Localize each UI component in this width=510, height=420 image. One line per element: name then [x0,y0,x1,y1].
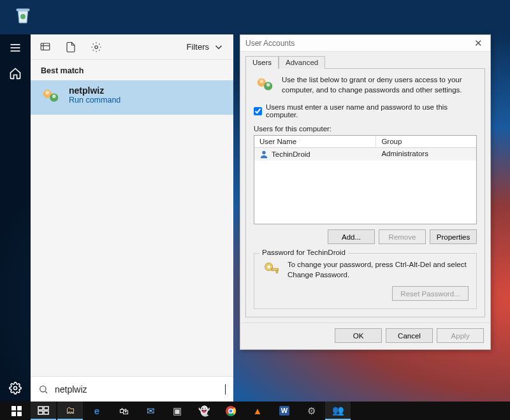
svg-rect-23 [276,271,278,273]
search-result-item[interactable]: netplwiz Run command [31,80,233,115]
cell-group: Administrators [376,148,476,161]
apps-icon[interactable] [40,41,51,53]
password-legend: Password for TechinDroid [259,249,348,256]
svg-point-35 [229,409,233,412]
vlc-icon[interactable]: ▲ [245,402,270,420]
key-icon [262,260,281,279]
dialog-title: User Accounts [245,39,295,48]
word-icon[interactable]: W [272,402,297,420]
svg-point-18 [266,83,270,87]
svg-point-13 [40,386,46,391]
taskbar-settings-icon[interactable]: ⚙ [298,402,324,420]
gear-icon[interactable] [8,381,22,395]
task-view-icon[interactable] [31,402,56,420]
properties-button[interactable]: Properties [430,229,477,244]
user-row-icon [259,150,268,159]
search-icon [38,384,48,395]
apply-button: Apply [437,328,484,343]
start-icon[interactable] [4,402,29,420]
file-explorer-icon[interactable]: 🗂 [57,402,83,420]
svg-point-0 [20,14,26,19]
chevron-down-icon [213,41,224,53]
best-match-header: Best match [31,60,233,80]
tab-advanced[interactable]: Advanced [279,56,325,69]
search-input[interactable] [55,384,222,395]
hamburger-icon[interactable] [8,41,22,55]
info-text: Use the list below to grant or deny user… [282,75,477,95]
cell-username: TechinDroid [272,150,310,158]
svg-rect-26 [11,412,16,416]
search-input-row [31,376,233,402]
table-row[interactable]: TechinDroid Administrators [254,148,476,161]
result-title: netplwiz [69,85,120,96]
taskbar-user-icon[interactable]: 👥 [325,402,351,420]
users-listbox[interactable]: User Name Group TechinDroid Administrato… [254,135,477,224]
password-text: To change your password, press Ctrl-Alt-… [288,260,469,280]
svg-point-21 [267,265,270,268]
svg-rect-28 [38,407,43,410]
svg-point-16 [259,80,263,83]
home-icon[interactable] [8,66,22,80]
svg-rect-25 [17,406,22,410]
ghost-icon[interactable]: 👻 [191,402,217,420]
svg-rect-29 [44,407,48,410]
column-group[interactable]: Group [376,136,476,147]
edge-icon[interactable]: e [84,402,110,420]
settings-filter-icon[interactable] [91,41,102,53]
chrome-icon[interactable] [218,402,244,420]
svg-point-4 [14,387,17,390]
svg-point-8 [95,45,98,48]
text-caret [225,384,226,395]
tab-users-body: Use the list below to grant or deny user… [245,68,485,317]
svg-point-19 [262,151,265,154]
svg-rect-22 [272,268,279,271]
column-username[interactable]: User Name [254,136,376,147]
user-accounts-dialog: User Accounts ✕ Users Advanced Use the l… [240,34,491,350]
taskbar: 🗂 e 🛍 ✉ ▣ 👻 ▲ W ⚙ 👥 [0,402,510,420]
require-password-label: Users must enter a user name and passwor… [266,103,477,119]
documents-icon[interactable] [65,41,76,53]
cortana-left-rail [0,34,31,402]
cortana-search-panel: Filters Best match netplwiz Run command [31,34,233,402]
svg-point-12 [52,94,56,98]
filters-dropdown[interactable]: Filters [187,41,224,53]
add-button[interactable]: Add... [328,229,375,244]
svg-rect-30 [38,411,43,414]
svg-rect-5 [41,43,50,50]
remove-button: Remove [379,229,426,244]
filters-label: Filters [187,42,209,52]
users-for-label: Users for this computer: [254,125,477,133]
dialog-footer: OK Cancel Apply [240,322,490,349]
store-icon[interactable]: 🛍 [111,402,136,420]
result-subtitle: Run command [69,96,120,105]
close-icon[interactable]: ✕ [471,37,485,50]
svg-line-14 [45,391,47,393]
recycle-bin-icon[interactable] [10,3,36,28]
svg-rect-27 [17,412,22,416]
svg-rect-31 [44,411,48,414]
require-password-checkbox[interactable]: Users must enter a user name and passwor… [254,103,477,119]
dialog-tabs: Users Advanced [240,52,490,68]
password-groupbox: Password for TechinDroid To change your … [254,253,477,309]
dialog-titlebar[interactable]: User Accounts ✕ [240,35,490,52]
users-people-icon [40,87,61,108]
mail-icon[interactable]: ✉ [138,402,163,420]
cancel-button[interactable]: Cancel [386,328,433,343]
ok-button[interactable]: OK [335,328,382,343]
tab-users[interactable]: Users [245,56,279,69]
search-toolbar: Filters [31,34,233,60]
reset-password-button: Reset Password... [392,286,469,301]
require-password-input[interactable] [254,107,262,115]
users-people-icon [254,75,275,97]
svg-point-10 [45,91,49,95]
svg-rect-24 [11,406,16,410]
app-icon[interactable]: ▣ [164,402,190,420]
users-header: User Name Group [254,136,476,148]
